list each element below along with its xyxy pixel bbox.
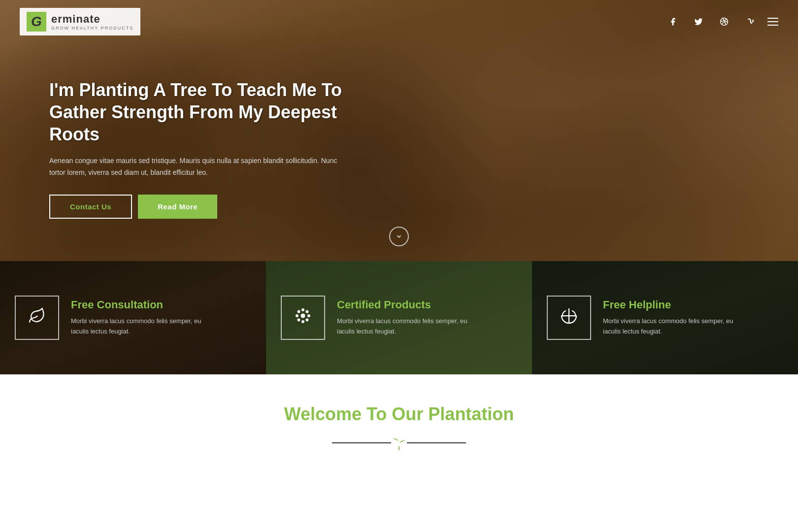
- hamburger-menu-icon[interactable]: [767, 18, 778, 26]
- feature-panel-consultation: Free Consultation Morbi viverra lacus co…: [0, 261, 266, 374]
- facebook-icon[interactable]: [665, 14, 681, 30]
- nav-icons-group: [665, 14, 778, 30]
- hero-buttons: Contact Us Read More: [49, 195, 369, 219]
- flower-icon: [294, 307, 312, 329]
- logo-tagline: Grow Healthy Products: [51, 26, 133, 31]
- logo-text-group: erminate Grow Healthy Products: [51, 13, 133, 31]
- divider-line-right: [407, 442, 466, 443]
- certified-title: Certified Products: [337, 299, 485, 311]
- divider-line-left: [332, 442, 391, 443]
- welcome-section: Welcome To Our Plantation: [0, 374, 798, 472]
- divider-plant-icon: [389, 432, 409, 453]
- vimeo-icon[interactable]: [742, 14, 758, 30]
- consultation-icon-box: [15, 296, 59, 340]
- consultation-description: Morbi viverra lacus commodo felis semper…: [71, 316, 219, 337]
- welcome-title: Welcome To Our Plantation: [10, 404, 788, 425]
- plant-icon: [560, 307, 578, 329]
- consultation-text: Free Consultation Morbi viverra lacus co…: [71, 299, 219, 337]
- hero-section: G erminate Grow Healthy Products: [0, 0, 798, 261]
- leaf-icon: [28, 307, 46, 329]
- scroll-down-button[interactable]: [389, 227, 409, 246]
- consultation-title: Free Consultation: [71, 299, 219, 311]
- dribbble-icon[interactable]: [716, 14, 732, 30]
- hero-subtitle: Aenean congue vitae mauris sed tristique…: [49, 155, 345, 179]
- hero-content: I'm Planting A Tree To Teach Me To Gathe…: [49, 79, 369, 219]
- twitter-icon[interactable]: [691, 14, 706, 30]
- certified-description: Morbi viverra lacus commodo felis semper…: [337, 316, 485, 337]
- feature-panel-helpline: Free Helpline Morbi viverra lacus commod…: [532, 261, 798, 374]
- welcome-title-part1: Welcome To Our: [284, 404, 429, 424]
- welcome-title-part2: Plantation: [428, 404, 514, 424]
- certified-icon-box: [281, 296, 325, 340]
- certified-text: Certified Products Morbi viverra lacus c…: [337, 299, 485, 337]
- helpline-title: Free Helpline: [603, 299, 751, 311]
- welcome-divider: [10, 432, 788, 453]
- feature-panel-certified: Certified Products Morbi viverra lacus c…: [266, 261, 532, 374]
- helpline-description: Morbi viverra lacus commodo felis semper…: [603, 316, 751, 337]
- hero-title: I'm Planting A Tree To Teach Me To Gathe…: [49, 79, 369, 145]
- svg-rect-2: [399, 446, 399, 450]
- logo-g-letter: G: [27, 12, 46, 32]
- helpline-icon-box: [547, 296, 591, 340]
- logo-name: erminate: [51, 13, 133, 26]
- features-section: Free Consultation Morbi viverra lacus co…: [0, 261, 798, 374]
- read-more-button[interactable]: Read More: [138, 195, 217, 219]
- navbar: G erminate Grow Healthy Products: [0, 0, 798, 43]
- helpline-text: Free Helpline Morbi viverra lacus commod…: [603, 299, 751, 337]
- svg-point-1: [301, 314, 305, 318]
- contact-us-button[interactable]: Contact Us: [49, 195, 132, 219]
- logo[interactable]: G erminate Grow Healthy Products: [20, 8, 140, 35]
